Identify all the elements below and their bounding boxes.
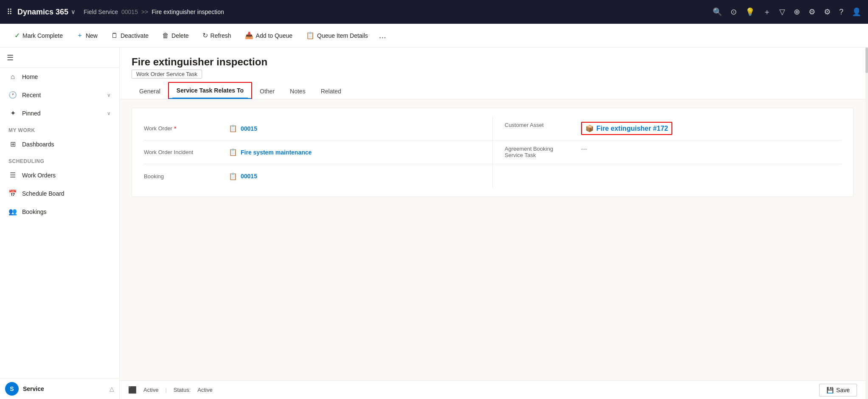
customer-asset-link[interactable]: Fire extinguisher #172 <box>596 125 668 132</box>
breadcrumb-sep1: 00015 <box>121 8 138 15</box>
tab-general[interactable]: General <box>132 84 168 99</box>
main-layout: ☰ ⌂ Home 🕐 Recent ∨ ✦ Pinned ∨ My Work ⊞… <box>0 48 868 399</box>
record-type-badge: Work Order Service Task <box>132 70 202 79</box>
customer-asset-icon: 📦 <box>585 124 594 132</box>
customer-asset-field: Customer Asset 📦 Fire extinguisher #172 <box>493 117 841 140</box>
agreement-booking-field: Agreement Booking Service Task --- <box>493 140 841 164</box>
sidebar-item-recent[interactable]: 🕐 Recent ∨ <box>0 86 119 104</box>
add-icon[interactable]: ＋ <box>763 7 771 17</box>
work-orders-icon: ☰ <box>8 171 17 179</box>
filter-icon[interactable]: ▽ <box>779 7 785 17</box>
sidebar-item-dashboards[interactable]: ⊞ Dashboards <box>0 135 119 153</box>
new-label: New <box>86 32 98 39</box>
recent-icon: 🕐 <box>8 91 17 99</box>
tab-other[interactable]: Other <box>252 84 282 99</box>
right-scrollbar[interactable] <box>865 48 868 399</box>
help-icon[interactable]: ? <box>839 8 843 17</box>
delete-label: Delete <box>171 32 188 39</box>
mark-complete-label: Mark Complete <box>22 32 63 39</box>
sidebar-top: ☰ <box>0 48 119 68</box>
plus-icon: ＋ <box>76 31 83 40</box>
form-card: Work Order * 📋 00015 Customer Asset <box>132 108 854 197</box>
required-star: * <box>174 125 176 132</box>
tab-service-task-relates-to[interactable]: Service Task Relates To <box>168 82 252 99</box>
queue-add-icon: 📥 <box>245 31 253 39</box>
add-to-queue-button[interactable]: 📥 Add to Queue <box>239 29 298 42</box>
avatar: S <box>5 382 19 396</box>
user-icon[interactable]: 👤 <box>852 7 861 17</box>
footer-label: Service <box>23 385 105 392</box>
work-order-field: Work Order * 📋 00015 <box>144 117 493 140</box>
save-button[interactable]: 💾 Save <box>819 384 857 396</box>
pinned-chevron-icon: ∨ <box>107 110 111 116</box>
agreement-booking-label: Agreement Booking Service Task <box>505 146 581 158</box>
sidebar: ☰ ⌂ Home 🕐 Recent ∨ ✦ Pinned ∨ My Work ⊞… <box>0 48 120 399</box>
queue-item-details-button[interactable]: 📋 Queue Item Details <box>300 29 374 42</box>
status-active-label: Active <box>143 387 158 393</box>
expand-icon[interactable]: ⬛ <box>128 386 137 394</box>
agreement-booking-value: --- <box>581 146 587 152</box>
sidebar-item-home[interactable]: ⌂ Home <box>0 68 119 86</box>
status-text-label: Status: <box>174 387 191 393</box>
tabs-bar: General Service Task Relates To Other No… <box>120 82 865 99</box>
brand-title[interactable]: Dynamics 365 ∨ <box>17 8 75 17</box>
booking-link[interactable]: 00015 <box>241 173 257 180</box>
sidebar-item-schedule-board[interactable]: 📅 Schedule Board <box>0 184 119 202</box>
status-value: Active <box>197 387 212 393</box>
tab-notes[interactable]: Notes <box>282 84 313 99</box>
pinned-label: Pinned <box>22 110 102 117</box>
customer-asset-label: Customer Asset <box>505 122 581 128</box>
sidebar-scroll: ⌂ Home 🕐 Recent ∨ ✦ Pinned ∨ My Work ⊞ D… <box>0 68 119 378</box>
search-icon[interactable]: 🔍 <box>713 7 722 17</box>
home-icon: ⌂ <box>8 73 17 81</box>
dashboards-label: Dashboards <box>22 141 111 148</box>
lightbulb-icon[interactable]: 💡 <box>745 7 755 17</box>
record-title: Fire extinguisher inspection <box>132 56 854 68</box>
form-row-booking: Booking 📋 00015 <box>144 164 841 188</box>
queue-item-details-label: Queue Item Details <box>317 32 368 39</box>
more-commands-button[interactable]: ... <box>376 31 390 40</box>
settings-icon[interactable]: ⚙ <box>824 7 831 17</box>
incident-icon: 📋 <box>229 148 237 156</box>
sidebar-footer[interactable]: S Service △ <box>0 378 119 399</box>
nav-module[interactable]: Field Service <box>84 8 118 15</box>
mark-complete-button[interactable]: ✓ Mark Complete <box>8 29 69 42</box>
work-order-icon: 📋 <box>229 124 237 132</box>
sidebar-item-bookings[interactable]: 👥 Bookings <box>0 202 119 221</box>
content-area: Fire extinguisher inspection Work Order … <box>120 48 865 399</box>
sidebar-item-pinned[interactable]: ✦ Pinned ∨ <box>0 104 119 122</box>
deactivate-button[interactable]: 🗒 Deactivate <box>105 29 154 42</box>
task-icon[interactable]: ⊙ <box>730 7 737 17</box>
work-order-label: Work Order * <box>144 125 229 132</box>
gear-icon[interactable]: ⚙ <box>809 7 815 17</box>
sidebar-item-work-orders[interactable]: ☰ Work Orders <box>0 166 119 184</box>
tab-related[interactable]: Related <box>313 84 349 99</box>
refresh-button[interactable]: ↻ Refresh <box>197 29 237 42</box>
work-order-incident-field: Work Order Incident 📋 Fire system mainte… <box>144 140 493 164</box>
work-order-link[interactable]: 00015 <box>241 125 257 132</box>
brand-chevron-icon[interactable]: ∨ <box>71 8 75 15</box>
home-label: Home <box>22 73 111 80</box>
work-order-incident-label: Work Order Incident <box>144 149 229 155</box>
top-navigation: ⠿ Dynamics 365 ∨ Field Service 00015 >> … <box>0 0 868 24</box>
deactivate-label: Deactivate <box>121 32 149 39</box>
brand-name: Dynamics 365 <box>17 8 68 17</box>
work-order-value: 📋 00015 <box>229 124 257 132</box>
breadcrumb-arrows: >> <box>141 8 148 15</box>
schedule-board-icon: 📅 <box>8 189 17 197</box>
app-launcher-icon[interactable]: ⠿ <box>7 7 12 17</box>
form-row-incident: Work Order Incident 📋 Fire system mainte… <box>144 140 841 164</box>
recent-chevron-icon: ∨ <box>107 92 111 98</box>
deactivate-icon: 🗒 <box>111 32 118 39</box>
section-scheduling: Scheduling <box>0 153 119 166</box>
new-button[interactable]: ＋ New <box>70 28 104 42</box>
add-to-queue-label: Add to Queue <box>256 32 292 39</box>
queue-details-icon: 📋 <box>306 31 315 39</box>
delete-button[interactable]: 🗑 Delete <box>156 29 194 42</box>
hamburger-icon[interactable]: ☰ <box>7 53 14 62</box>
booking-field: Booking 📋 00015 <box>144 164 493 188</box>
circle-plus-icon[interactable]: ⊕ <box>794 7 800 17</box>
work-order-incident-value: 📋 Fire system maintenance <box>229 148 312 156</box>
top-nav-actions: 🔍 ⊙ 💡 ＋ ▽ ⊕ ⚙ ⚙ ? 👤 <box>713 7 861 17</box>
incident-link[interactable]: Fire system maintenance <box>241 149 312 156</box>
